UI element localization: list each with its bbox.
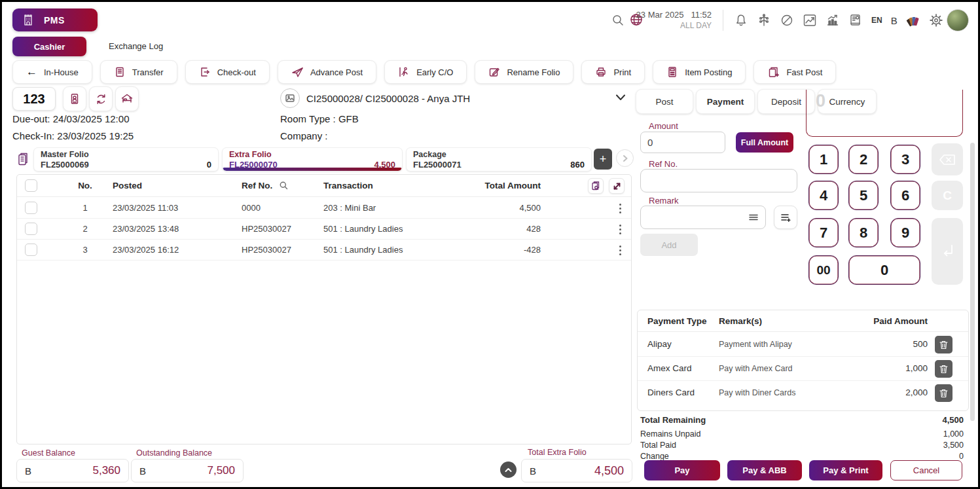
payment-2-delete-button[interactable] bbox=[935, 360, 953, 378]
ref-no-input[interactable] bbox=[640, 169, 797, 192]
numpad-key-5[interactable]: 5 bbox=[848, 181, 879, 210]
select-all-checkbox[interactable] bbox=[25, 179, 37, 192]
in-house-button[interactable]: ← In-House bbox=[12, 60, 92, 84]
payment-row-diners[interactable]: Diners Card Pay with Diner Cards 2,000 bbox=[638, 381, 968, 405]
user-avatar[interactable] bbox=[947, 9, 969, 31]
pay-print-button[interactable]: Pay & Print bbox=[809, 460, 882, 480]
pms-logo[interactable]: PMS bbox=[12, 9, 98, 31]
line-chart-icon[interactable] bbox=[803, 13, 817, 27]
copy-search-button[interactable] bbox=[588, 178, 604, 194]
castle-icon bbox=[22, 14, 35, 27]
row-3-ref: HP25030027 bbox=[242, 240, 291, 261]
outstanding-balance-box: B 7,500 bbox=[131, 459, 244, 482]
trash-icon bbox=[939, 340, 948, 350]
transfer-label: Transfer bbox=[132, 67, 164, 77]
numpad-key-7[interactable]: 7 bbox=[808, 218, 839, 247]
payment-row-amex[interactable]: Amex Card Pay with Amex Card 1,000 bbox=[638, 357, 968, 381]
theme-palette-icon[interactable] bbox=[906, 13, 920, 27]
payment-2-remark: Pay with Amex Card bbox=[719, 364, 793, 373]
language-selector[interactable]: EN bbox=[871, 16, 882, 25]
trash-icon bbox=[939, 389, 948, 398]
pay-button[interactable]: Pay bbox=[644, 460, 720, 480]
amount-input[interactable] bbox=[640, 132, 725, 153]
room-number[interactable]: 123 bbox=[12, 87, 56, 111]
numpad-key-6[interactable]: 6 bbox=[890, 181, 920, 210]
block-icon[interactable] bbox=[780, 13, 794, 27]
row-3-menu-icon[interactable] bbox=[615, 244, 625, 256]
tab-payment[interactable]: Payment bbox=[696, 89, 755, 114]
tab-cashier-label: Cashier bbox=[34, 42, 65, 52]
report-book-icon[interactable] bbox=[848, 13, 863, 27]
payment-3-delete-button[interactable] bbox=[935, 384, 953, 402]
search-icon[interactable] bbox=[611, 13, 625, 27]
numpad-key-2[interactable]: 2 bbox=[848, 145, 879, 174]
room-type: Room Type : GFB bbox=[280, 113, 359, 124]
expand-table-button[interactable] bbox=[609, 178, 625, 194]
pay-abb-button[interactable]: Pay & ABB bbox=[727, 460, 802, 480]
row-2-total: 428 bbox=[436, 219, 541, 240]
tab-exchange-log[interactable]: Exchange Log bbox=[109, 41, 163, 51]
bar-chart-icon[interactable] bbox=[826, 13, 840, 27]
cancel-button-label: Cancel bbox=[913, 465, 939, 475]
payment-1-delete-button[interactable] bbox=[935, 336, 953, 353]
folio-tab-master[interactable]: Master Folio FL25000069 0 bbox=[33, 147, 219, 172]
numpad-key-00[interactable]: 00 bbox=[808, 255, 839, 285]
row-1-checkbox[interactable] bbox=[25, 202, 37, 214]
numpad-enter-button[interactable] bbox=[932, 218, 963, 285]
settings-gear-icon[interactable] bbox=[929, 13, 943, 27]
remark-input[interactable] bbox=[640, 206, 766, 229]
check-out-button[interactable]: Check-out bbox=[185, 60, 270, 84]
b-menu[interactable]: B bbox=[891, 15, 898, 26]
folio-pages-icon[interactable] bbox=[14, 149, 32, 170]
tab-cashier[interactable]: Cashier bbox=[12, 37, 86, 56]
numpad-key-4[interactable]: 4 bbox=[808, 181, 839, 210]
collapse-panel-button[interactable] bbox=[500, 462, 517, 478]
numpad-key-1[interactable]: 1 bbox=[808, 145, 839, 174]
folio-scroll-right-button[interactable] bbox=[616, 149, 634, 167]
transaction-row-3[interactable]: 3 23/03/2025 16:12 HP25030027 501 : Laun… bbox=[17, 240, 631, 261]
add-folio-button[interactable]: + bbox=[594, 149, 612, 170]
tab-post[interactable]: Post bbox=[636, 89, 693, 114]
item-posting-button[interactable]: Item Posting bbox=[653, 60, 746, 84]
row-2-checkbox[interactable] bbox=[25, 223, 37, 235]
outstanding-balance-value: 7,500 bbox=[207, 464, 235, 477]
payment-row-alipay[interactable]: Alipay Payment with Alipay 500 bbox=[638, 333, 968, 357]
row-3-checkbox[interactable] bbox=[25, 244, 37, 256]
advance-post-button[interactable]: Advance Post bbox=[278, 60, 376, 84]
folio-master-number: FL25000069 bbox=[41, 160, 89, 170]
transaction-row-2[interactable]: 2 23/03/2025 13:48 HP25030027 501 : Laun… bbox=[17, 219, 631, 240]
registration-card-button[interactable] bbox=[63, 86, 86, 111]
cancel-button[interactable]: Cancel bbox=[890, 460, 962, 480]
total-remaining-label: Total Remaining bbox=[640, 415, 706, 425]
numpad-backspace-button[interactable] bbox=[932, 143, 963, 175]
numpad-key-8[interactable]: 8 bbox=[848, 218, 879, 247]
notifications-bell-icon[interactable] bbox=[734, 13, 748, 27]
remark-menu-icon[interactable] bbox=[748, 213, 759, 222]
tree-structure-icon[interactable] bbox=[757, 13, 771, 27]
row-2-menu-icon[interactable] bbox=[615, 223, 625, 235]
add-remark-list-button[interactable] bbox=[774, 206, 797, 229]
room-sync-button[interactable] bbox=[89, 86, 113, 111]
fast-post-button[interactable]: Fast Post bbox=[753, 60, 836, 84]
folio-tab-package[interactable]: Package FL25000071 860 bbox=[406, 147, 592, 172]
numpad-key-9[interactable]: 9 bbox=[890, 218, 920, 247]
row-1-menu-icon[interactable] bbox=[615, 202, 625, 214]
fast-post-label: Fast Post bbox=[786, 67, 822, 77]
transfer-button[interactable]: Transfer bbox=[100, 60, 177, 84]
early-co-button[interactable]: Early C/O bbox=[384, 60, 467, 84]
guest-expand-chevron-icon[interactable] bbox=[615, 93, 626, 102]
rename-folio-button[interactable]: Rename Folio bbox=[475, 60, 573, 84]
add-button[interactable]: Add bbox=[640, 234, 698, 256]
room-bed-button[interactable] bbox=[115, 86, 139, 111]
transaction-row-1[interactable]: 1 23/03/2025 11:03 0000 203 : Mini Bar 4… bbox=[17, 198, 631, 219]
full-amount-button[interactable]: Full Amount bbox=[736, 132, 793, 153]
print-button[interactable]: Print bbox=[581, 60, 645, 84]
pay-button-label: Pay bbox=[674, 465, 689, 475]
numpad-clear-button[interactable]: C bbox=[932, 181, 963, 210]
numpad-key-0[interactable]: 0 bbox=[848, 255, 920, 285]
ref-search-icon[interactable] bbox=[279, 181, 289, 190]
guest-photo-icon[interactable] bbox=[280, 88, 300, 108]
panel-scrollbar[interactable] bbox=[970, 143, 975, 421]
folio-tab-extra[interactable]: Extra Folio FL25000070 4,500 bbox=[222, 147, 403, 172]
numpad-key-3[interactable]: 3 bbox=[890, 145, 920, 174]
